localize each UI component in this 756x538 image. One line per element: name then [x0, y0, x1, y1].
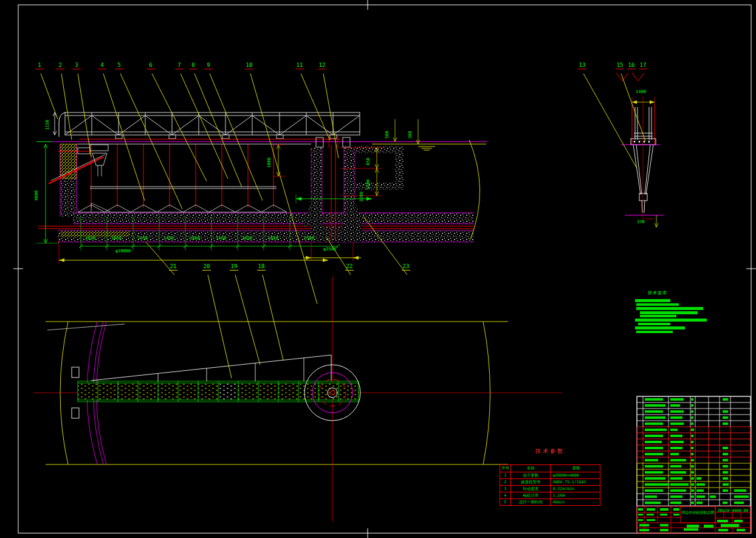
callout-4: 4: [98, 63, 106, 69]
bom-cell-text: [696, 489, 704, 492]
callout-7: 7: [175, 63, 184, 69]
dimension-label: 2500: [304, 236, 314, 241]
bom-cell-text: [723, 447, 728, 449]
dimension-label: 1450: [137, 236, 148, 241]
bom-cell-text: [723, 502, 727, 504]
bom-cell-text: [734, 489, 746, 492]
bom-cell-text: [645, 435, 663, 437]
bom-cell-text: [696, 483, 705, 486]
bom-cell-text: [645, 398, 663, 401]
dimension-label: 1450: [163, 236, 174, 241]
dimension-label: 1650: [111, 236, 122, 241]
bom-cell-text: [723, 416, 728, 419]
param-cell: 序号: [500, 465, 510, 472]
param-cell: 45min: [550, 499, 600, 506]
bom-cell-text: [691, 422, 693, 425]
technical-parameters-title: 技术参数: [500, 448, 600, 454]
param-row: 1池子参数φ20000×4000: [500, 472, 600, 479]
bom-cell-text: [645, 422, 663, 425]
bom-cell-text: [691, 447, 693, 449]
title-block-text: [734, 520, 743, 522]
title-block-text: [704, 525, 713, 528]
callout-11: 11: [295, 63, 304, 69]
dimension-label: 300: [408, 131, 413, 139]
bom-cell-text: [645, 410, 663, 413]
callout-23: 23: [402, 264, 410, 271]
tech-req-line: [636, 307, 703, 310]
title-block-text: [673, 508, 679, 511]
title-block-text: [660, 508, 668, 511]
bom-cell-text: [670, 416, 682, 419]
bom-cell-text: [691, 471, 694, 474]
param-cell: 转动速度: [510, 486, 551, 492]
drawing-linework: [0, 0, 756, 538]
bom-cell-text: [645, 404, 665, 407]
technical-requirements-title: 技术要求: [648, 291, 667, 295]
title-block-text: [639, 529, 649, 531]
param-cell: 池子参数: [510, 472, 551, 479]
bom-cell-text: [723, 477, 728, 480]
technical-parameters-table: 技术参数 序号名称参数1池子参数φ20000×40002减速机型号XWD4.75…: [500, 448, 600, 506]
param-row: 2减速机型号XWD4.75-1/1643: [500, 479, 600, 486]
bom-cell-text: [645, 477, 665, 480]
bom-cell-text: [670, 404, 680, 407]
dimension-label: 1000: [267, 157, 272, 168]
bom-cell-text: [645, 489, 663, 492]
bom-cell-text: [670, 410, 684, 413]
dimension-label: 3200: [359, 191, 364, 202]
title-block-text: [717, 520, 728, 522]
bom-cell-text: [670, 398, 684, 401]
title-block-text: [660, 529, 668, 531]
dimension-label: 1450: [216, 236, 226, 241]
bom-cell-text: [734, 495, 749, 498]
bom-cell-text: [645, 495, 657, 498]
bom-cell-text: [645, 429, 667, 431]
callout-17: 17: [639, 63, 647, 69]
param-cell: φ20000×4000: [550, 472, 600, 479]
title-block-text: [660, 524, 668, 526]
bom-cell-text: [691, 416, 693, 419]
bom-cell-text: [723, 459, 728, 461]
title-block-text: [687, 525, 699, 528]
bom-cell-text: [645, 465, 663, 467]
callout-2: 2: [56, 63, 64, 69]
tech-req-line: [635, 319, 707, 322]
title-block-text: [647, 508, 655, 511]
bom-cell-text: [645, 416, 665, 419]
param-cell: 1: [500, 472, 510, 479]
bom-cell-text: [670, 502, 681, 504]
bom-cell-text: [691, 502, 694, 504]
dimension-label: 1400: [636, 89, 646, 94]
bom-cell-text: [670, 477, 682, 480]
dimension-label: 1650: [85, 236, 95, 241]
param-cell: 减速机型号: [510, 479, 551, 486]
dimension-label: 1150: [45, 120, 50, 130]
bom-cell-text: [670, 495, 682, 498]
bom-cell-text: [723, 489, 728, 492]
tech-req-line: [635, 299, 670, 302]
title-block-text: [673, 514, 679, 516]
cad-drawing-canvas: 技术要求 技术参数 序号名称参数1池子参数φ20000×40002减速机型号XW…: [0, 0, 756, 538]
title-block-text: [638, 514, 643, 516]
bom-cell-text: [696, 477, 701, 480]
bom-cell-text: [723, 410, 728, 413]
bom-cell-text: [670, 441, 684, 443]
dimension-label: 850: [366, 157, 371, 165]
callout-10: 10: [245, 63, 253, 69]
bom-cell-text: [645, 459, 658, 461]
bom-cell-text: [691, 441, 693, 443]
param-cell: 3: [500, 486, 510, 492]
technical-parameters-grid: 序号名称参数1池子参数φ20000×40002减速机型号XWD4.75-1/16…: [500, 464, 600, 506]
title-block-text: [638, 508, 643, 511]
bom-cell-text: [670, 459, 686, 461]
dimension-label: 1650: [242, 236, 252, 241]
title-block-text: [718, 529, 728, 531]
title-block-text: [660, 514, 667, 516]
dimension-label: 150: [637, 219, 645, 224]
dimension-label: 1650: [190, 236, 200, 241]
param-cell: 0.32m/min: [550, 486, 600, 492]
param-row: 4电机功率1.1kW: [500, 492, 600, 499]
param-cell: 4: [500, 492, 510, 499]
bom-cell-text: [691, 435, 693, 437]
bom-cell-text: [723, 471, 728, 474]
